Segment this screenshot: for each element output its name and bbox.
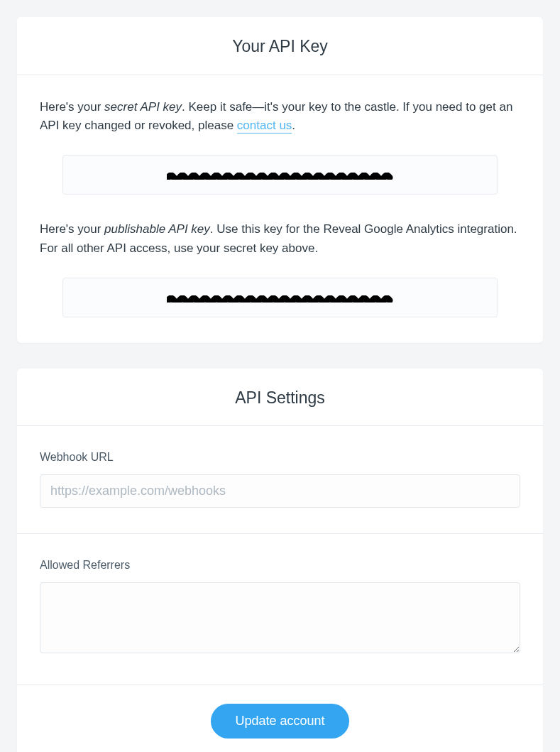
api-settings-card-header: API Settings (17, 369, 543, 427)
api-settings-title: API Settings (28, 386, 532, 410)
secret-key-em: secret API key (104, 100, 182, 114)
update-account-button[interactable]: Update account (211, 704, 348, 739)
secret-key-text-prefix: Here's your (40, 100, 104, 114)
redacted-icon (167, 170, 394, 180)
redacted-icon (167, 293, 394, 303)
allowed-referrers-label: Allowed Referrers (40, 557, 520, 574)
secret-key-text-end: . (292, 119, 295, 132)
secret-key-description: Here's your secret API key. Keep it safe… (40, 98, 520, 136)
api-key-card-header: Your API Key (17, 17, 543, 75)
publishable-key-em: publishable API key (104, 222, 210, 236)
publishable-key-description: Here's your publishable API key. Use thi… (40, 220, 520, 258)
publishable-key-box[interactable] (62, 278, 498, 317)
api-key-card: Your API Key Here's your secret API key.… (17, 17, 543, 343)
publishable-key-text-prefix: Here's your (40, 222, 104, 236)
allowed-referrers-input[interactable] (40, 582, 520, 653)
referrers-section: Allowed Referrers (17, 534, 543, 685)
webhook-url-input[interactable] (40, 474, 520, 508)
api-settings-card: API Settings Webhook URL Allowed Referre… (17, 369, 543, 752)
webhook-url-label: Webhook URL (40, 449, 520, 466)
api-key-card-body: Here's your secret API key. Keep it safe… (17, 75, 543, 343)
api-key-title: Your API Key (28, 34, 532, 59)
api-settings-footer: Update account (17, 685, 543, 752)
contact-us-link[interactable]: contact us (237, 119, 292, 133)
secret-key-box[interactable] (62, 155, 498, 195)
webhook-section: Webhook URL (17, 426, 543, 534)
